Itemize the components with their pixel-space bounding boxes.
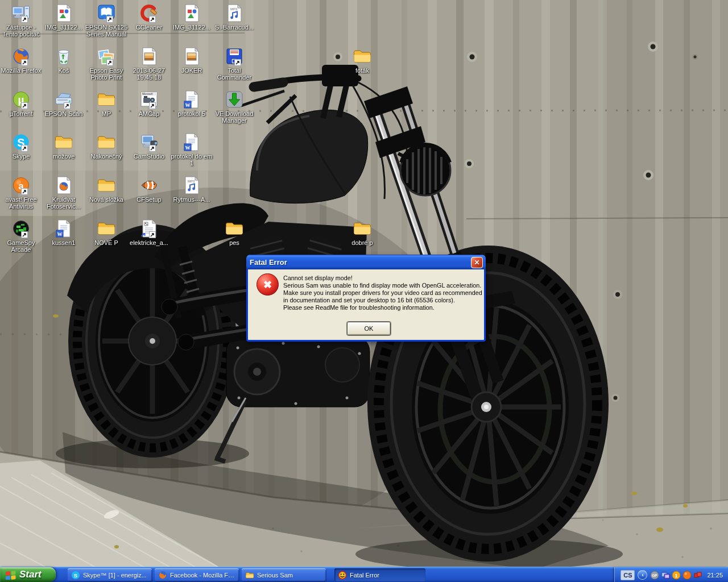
shortcut-arrow-icon: [149, 145, 156, 152]
imagefile-icon: [54, 3, 73, 23]
desktop-icon-img-31122[interactable]: IMG_31122...: [169, 3, 214, 31]
svg-text:GP: GP: [652, 573, 658, 577]
avast-ball-tray-icon[interactable]: [682, 571, 692, 580]
desktop-icon-mp[interactable]: MP: [84, 90, 129, 117]
desktop-icon-torrent[interactable]: µµTorrent: [0, 90, 43, 117]
desktop-icon-cfsetup[interactable]: CFSetup: [127, 176, 171, 203]
desktop-icon-label: kussen1: [42, 239, 86, 246]
desktop-icon-mozilla-firefox[interactable]: Mozilla Firefox: [0, 47, 43, 74]
folder-icon: [97, 132, 116, 152]
close-icon[interactable]: ✕: [471, 257, 483, 268]
shortcut-arrow-icon: [21, 16, 28, 23]
desktop-icon-label: pes: [212, 239, 257, 246]
svg-text:S: S: [74, 572, 77, 578]
desktop-icon-label: IMG_31122...: [42, 24, 86, 31]
desktop-icon-label: Total Commander: [212, 67, 257, 81]
desktop-icon-epson-easy-photo-print[interactable]: Epson Easy Photo Print: [84, 47, 129, 81]
desktop-icon-nakone-n[interactable]: Nakonečný: [84, 132, 129, 160]
desktop-icon-dobr-p[interactable]: dobré p: [340, 219, 384, 246]
worddoc-icon: W: [54, 219, 73, 238]
chevron-left-icon[interactable]: ‹: [638, 570, 647, 580]
message-line: Cannot set display mode!: [283, 275, 483, 282]
taskbar-button-facebook-mozilla-fir[interactable]: Facebook - Mozilla Fir...: [155, 568, 239, 581]
system-tray: CS ‹ GP1 21:25: [614, 567, 728, 582]
folder-icon: [353, 47, 372, 66]
tray-icons: GP1: [650, 571, 702, 580]
desktop-icon-ve-download-manager[interactable]: VE Download Manager: [212, 90, 257, 124]
desktop-icon-label: NOVÉ P: [84, 239, 129, 246]
desktop-icon-label: Skype: [0, 153, 43, 160]
taskbar-button-serious-sam[interactable]: Serious Sam: [242, 568, 326, 581]
desktop-icon-elektricke-a[interactable]: elektricke_a...: [127, 219, 171, 246]
shortcut-arrow-icon: [21, 59, 28, 66]
desktop-icon-z-stupce-tento-po-ta[interactable]: Zástupce - Tento počítač: [0, 3, 43, 38]
shortcut-arrow-icon: [149, 231, 156, 238]
firefoxdoc-icon: [54, 176, 73, 195]
desktop-icon-epson-sx125-series-manu-l[interactable]: EPSON SX125 Series Manuál: [84, 3, 129, 38]
desktop-icon-label: CamStudio: [127, 153, 171, 160]
start-button[interactable]: Start: [0, 567, 56, 582]
dialog-message: Cannot set display mode! Serious Sam was…: [283, 275, 483, 311]
ok-button[interactable]: OK: [347, 322, 391, 335]
shortcut-arrow-icon: [106, 59, 113, 66]
desktop-icon-total-commander[interactable]: Total Commander: [212, 47, 257, 81]
svg-text:MP3: MP3: [188, 180, 195, 183]
dialog-title-bar[interactable]: Fatal Error ✕: [246, 255, 486, 269]
desktop-icon-label: foták: [340, 67, 384, 74]
shortcut-arrow-icon: [21, 145, 28, 152]
desktop-icon-label: IMG_31122...: [169, 24, 214, 31]
desktop-icon-2013-06-27-19-45-18[interactable]: 2013-06-27 19.45.18: [127, 47, 171, 81]
desktop-icon-amcap[interactable]: MicrosoftAMCap: [127, 90, 171, 117]
desktop-icon-label: protokol do em 1: [169, 153, 214, 167]
desktop-icon-protokol-5[interactable]: Wprotokol 5: [169, 90, 214, 117]
desktop-icon-mo-ove[interactable]: možove: [42, 132, 86, 160]
desktop-icon-label: možove: [42, 153, 86, 160]
desktop-icon-skype[interactable]: SSkype: [0, 132, 43, 160]
orange-1-tray-icon[interactable]: 1: [672, 571, 681, 580]
dialog-title: Fatal Error: [250, 258, 287, 267]
desktop-icon-gamespy-arcade[interactable]: GameSpy Arcade: [0, 219, 43, 253]
shortcut-arrow-icon: [149, 102, 156, 109]
task-button-label: Facebook - Mozilla Fir...: [170, 572, 235, 579]
desktop-icon-pes[interactable]: pes: [212, 219, 257, 246]
taskbar-button-skype-1-energiz[interactable]: SSkype™ [1] - energiz...: [68, 568, 152, 581]
windows-flag-icon: [5, 569, 16, 580]
desktop-icon-epson-scan[interactable]: EPSON Scan: [42, 90, 86, 117]
folder-icon: [54, 132, 73, 152]
message-line: Make sure you install proper drivers for…: [283, 289, 483, 297]
shortcut-arrow-icon: [21, 188, 28, 195]
desktop-icon-nov-slo-ka[interactable]: Nová složka: [84, 176, 129, 203]
gp-badge-tray-icon[interactable]: GP: [650, 571, 659, 580]
svg-text:1: 1: [675, 572, 678, 578]
language-indicator[interactable]: CS: [621, 570, 635, 580]
desktop-icon-protokol-do-em-1[interactable]: Wprotokol do em 1: [169, 132, 214, 167]
desktop-icon-label: JOKER: [169, 67, 214, 74]
shortcut-arrow-icon: [106, 16, 113, 23]
worddoc-icon: W: [182, 132, 201, 152]
desktop-icon-img-31122[interactable]: IMG_31122...: [42, 3, 86, 31]
desktop-icon-label: Nová složka: [84, 196, 129, 203]
red-puzzle-tray-icon[interactable]: [693, 571, 702, 580]
desktop-icon-avast-free-antivirus[interactable]: aavast! Free Antivirus: [0, 176, 43, 210]
desktop-icon-joker[interactable]: JOKER: [169, 47, 214, 74]
desktop-icon-fot-k[interactable]: foták: [340, 47, 384, 74]
display-tray-icon[interactable]: [661, 571, 670, 580]
desktop-icon-ko[interactable]: Koš: [42, 47, 86, 74]
task-button-label: Serious Sam: [257, 572, 293, 579]
desktop-icon-nov-p[interactable]: NOVÉ P: [84, 219, 129, 246]
vedownload-icon: [225, 90, 244, 109]
desktop-icon-kruidvat-fotoservic[interactable]: Kruidvat Fotoservic...: [42, 176, 86, 210]
shortcut-arrow-icon: [234, 59, 241, 66]
desktop-icon-camstudio[interactable]: CamStudio: [127, 132, 171, 160]
desktop-icon-label: MP: [84, 110, 129, 117]
desktop-icon-label: elektricke_a...: [127, 239, 171, 246]
taskbar-button-fatal-error[interactable]: Fatal Error: [334, 568, 425, 581]
clock[interactable]: 21:25: [707, 572, 723, 579]
desktop-icon-label: protokol 5: [169, 110, 214, 117]
skype-icon: S: [71, 571, 80, 580]
desktop-icon-ccleaner[interactable]: CCleaner: [127, 3, 171, 31]
folder-icon: [97, 176, 116, 195]
desktop-icon-rytmus-a[interactable]: MP3Rytmus---A...: [169, 176, 214, 203]
desktop-icon-kussen1[interactable]: Wkussen1: [42, 219, 86, 246]
desktop-icon-s-barracud[interactable]: MP3S.-Barracud...: [212, 3, 257, 31]
